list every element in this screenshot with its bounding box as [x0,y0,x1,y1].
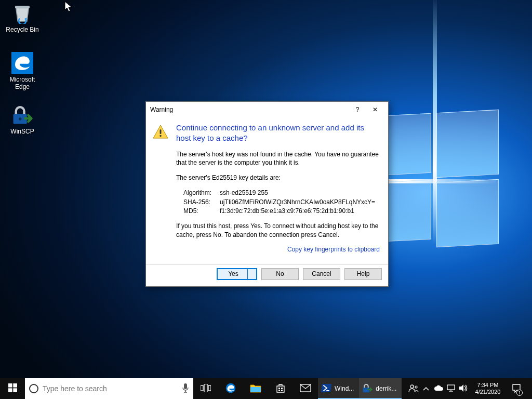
taskbar-task-winscp[interactable]: derrik... [359,378,402,399]
notification-icon: 1 [512,383,521,394]
system-tray: 7:34 PM 4/21/2020 1 [407,378,532,399]
close-icon: ✕ [373,106,378,113]
tray-people[interactable] [407,378,420,399]
dropdown-icon: ▼ [250,272,255,277]
dialog-titlebar[interactable]: Warning ? ✕ [146,102,388,117]
speaker-icon [459,384,468,394]
desktop-icon-label: WinSCP [3,128,42,135]
dialog-button-row: Yes ▼ No Cancel Help [146,264,388,286]
windows-logo-background [384,114,520,249]
task-label: derrik... [376,385,396,392]
task-view-button[interactable] [193,378,218,399]
svg-rect-20 [278,390,280,391]
powershell-icon [321,384,331,394]
svg-rect-4 [160,129,162,134]
tray-network[interactable] [445,378,457,399]
svg-rect-21 [281,390,283,391]
button-label: Help [357,270,370,277]
dialog-help-button[interactable]: ? [349,102,366,117]
svg-rect-17 [250,387,261,392]
help-button[interactable]: Help [344,268,382,280]
svg-rect-6 [8,383,12,388]
tray-action-center[interactable]: 1 [506,383,527,394]
svg-rect-19 [281,388,283,389]
help-icon: ? [356,106,360,113]
windows-logo-icon [8,383,17,394]
taskbar-edge[interactable] [218,378,243,399]
chevron-up-icon [423,385,429,392]
clock-time: 7:34 PM [470,382,506,389]
yes-button[interactable]: Yes ▼ [217,268,257,280]
sha256-label: SHA-256: [183,198,220,207]
desktop-icon-winscp[interactable]: WinSCP [3,104,42,135]
warning-dialog: Warning ? ✕ Continue connecting to an un… [145,101,389,287]
cloud-icon [433,384,444,393]
desktop-icon-microsoft-edge[interactable]: Microsoft Edge [3,52,42,90]
folder-icon [250,383,261,394]
svg-rect-26 [447,385,455,390]
winscp-icon [362,383,373,395]
dialog-paragraph: If you trust this host, press Yes. To co… [176,222,380,240]
task-label: Wind... [335,385,354,392]
mail-icon [300,384,311,394]
people-icon [408,384,419,394]
button-label: Cancel [312,270,331,277]
taskbar-search[interactable] [25,378,193,399]
svg-rect-8 [8,388,12,392]
start-button[interactable] [0,378,25,399]
store-icon [275,383,286,395]
svg-point-24 [410,385,414,388]
tray-volume[interactable] [457,378,470,399]
dialog-headline: Continue connecting to an unknown server… [176,123,380,144]
dialog-paragraph: The server's Ed25519 key details are: [176,174,380,182]
no-button[interactable]: No [261,268,299,280]
desktop-icon-label: Microsoft Edge [3,76,42,90]
cortana-icon [29,384,38,393]
svg-rect-10 [184,383,187,389]
taskbar-task-powershell[interactable]: Wind... [318,378,359,399]
taskbar: Wind... derrik... 7:34 PM 4/21/2020 1 [0,378,532,399]
md5-label: MD5: [183,207,220,216]
svg-rect-13 [201,385,203,391]
svg-point-3 [19,117,21,120]
sha256-value: ujTIi06ZfMFiROfWiZQr3NhrnCKAIw0oaKP8FLqN… [220,198,380,207]
svg-rect-23 [363,388,370,392]
cancel-button[interactable]: Cancel [303,268,340,280]
button-label: Yes [228,270,238,277]
edge-icon [225,382,236,395]
svg-rect-9 [13,388,17,392]
tray-clock[interactable]: 7:34 PM 4/21/2020 [470,382,506,395]
desktop-icon-label: Recycle Bin [3,26,42,33]
winscp-icon [11,104,33,126]
algorithm-value: ssh-ed25519 255 [220,189,380,197]
tray-onedrive[interactable] [432,378,445,399]
edge-icon [11,52,33,74]
copy-fingerprints-link[interactable]: Copy key fingerprints to clipboard [176,246,380,253]
key-details-grid: Algorithm: ssh-ed25519 255 SHA-256: ujTI… [183,189,380,216]
task-view-icon [201,384,211,394]
svg-rect-18 [278,388,280,389]
md5-value: f1:3d:9c:72:db:5e:e1:a3:c9:76:e6:75:2d:b… [220,207,380,216]
warning-icon [152,124,169,142]
svg-rect-14 [204,384,207,392]
taskbar-file-explorer[interactable] [243,378,268,399]
taskbar-mail[interactable] [293,378,318,399]
button-label: No [276,270,284,277]
svg-rect-15 [208,385,211,391]
svg-point-25 [415,386,417,388]
network-icon [446,384,456,394]
taskbar-store[interactable] [268,378,293,399]
clock-date: 4/21/2020 [470,389,506,395]
notification-badge: 1 [516,390,523,396]
dialog-title: Warning [150,106,349,113]
search-input[interactable] [43,384,178,393]
recycle-bin-icon [11,2,33,24]
dialog-close-button[interactable]: ✕ [366,102,384,117]
desktop-icon-recycle-bin[interactable]: Recycle Bin [3,2,42,33]
microphone-icon[interactable] [182,383,189,395]
svg-point-5 [159,135,162,137]
svg-rect-7 [13,383,17,388]
dialog-paragraph: The server's host key was not found in t… [176,150,380,168]
algorithm-label: Algorithm: [183,189,220,197]
tray-show-hidden[interactable] [420,378,432,399]
